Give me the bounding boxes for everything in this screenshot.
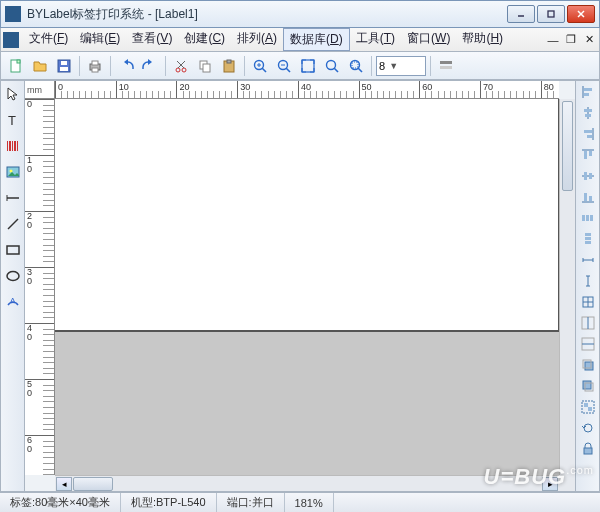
menu-f[interactable]: 文件(F)	[23, 28, 74, 51]
svg-rect-19	[227, 60, 231, 63]
redo-button[interactable]	[139, 55, 161, 77]
menu-c[interactable]: 创建(C)	[178, 28, 231, 51]
align-center-h-icon[interactable]	[578, 104, 598, 122]
copy-button[interactable]	[194, 55, 216, 77]
svg-rect-36	[7, 141, 8, 151]
group-icon[interactable]	[578, 398, 598, 416]
same-height-icon[interactable]	[578, 272, 598, 290]
svg-rect-69	[590, 215, 593, 221]
open-button[interactable]	[29, 55, 51, 77]
send-back-icon[interactable]	[578, 377, 598, 395]
menu-h[interactable]: 帮助(H)	[456, 28, 509, 51]
svg-rect-70	[585, 233, 591, 236]
svg-rect-37	[9, 141, 11, 151]
close-button[interactable]	[567, 5, 595, 23]
status-port: 端口:并口	[217, 493, 285, 512]
zoom-fit-button[interactable]	[297, 55, 319, 77]
svg-point-47	[7, 272, 19, 281]
align-middle-icon[interactable]	[578, 167, 598, 185]
svg-rect-8	[61, 61, 67, 65]
svg-line-31	[358, 68, 362, 72]
menu-a[interactable]: 排列(A)	[231, 28, 283, 51]
canvas[interactable]	[55, 99, 559, 475]
rotate-icon[interactable]	[578, 419, 598, 437]
font-size-combo[interactable]: 8▼	[376, 56, 426, 76]
workspace: T A mm 01020304050607080 01 02 03 04 05 …	[0, 80, 600, 492]
center-page-h-icon[interactable]	[578, 314, 598, 332]
svg-rect-66	[589, 196, 592, 201]
svg-rect-17	[203, 64, 210, 72]
print-button[interactable]	[84, 55, 106, 77]
text-tool[interactable]: T	[3, 109, 23, 131]
mdi-restore[interactable]: ❐	[563, 33, 579, 47]
paste-button[interactable]	[218, 55, 240, 77]
vertical-scrollbar[interactable]	[559, 99, 575, 475]
label-page[interactable]	[55, 99, 559, 332]
svg-line-25	[286, 68, 290, 72]
pointer-tool[interactable]	[3, 83, 23, 105]
rect-tool[interactable]	[3, 239, 23, 261]
hscroll-left[interactable]: ◂	[56, 477, 72, 491]
maximize-button[interactable]	[537, 5, 565, 23]
menu-d[interactable]: 数据库(D)	[283, 28, 350, 51]
ellipse-tool[interactable]	[3, 265, 23, 287]
menu-t[interactable]: 工具(T)	[350, 28, 401, 51]
align-bottom-icon[interactable]	[578, 188, 598, 206]
same-size-icon[interactable]	[578, 293, 598, 311]
undo-button[interactable]	[115, 55, 137, 77]
svg-rect-50	[584, 88, 592, 91]
horizontal-ruler: 01020304050607080	[55, 81, 559, 99]
distribute-v-icon[interactable]	[578, 230, 598, 248]
lock-icon[interactable]	[578, 440, 598, 458]
svg-rect-38	[12, 141, 13, 151]
svg-rect-10	[92, 61, 98, 65]
svg-rect-72	[585, 241, 591, 244]
mdi-minimize[interactable]: —	[545, 33, 561, 47]
zoom-selection-button[interactable]	[345, 55, 367, 77]
menu-e[interactable]: 编辑(E)	[74, 28, 126, 51]
svg-rect-65	[584, 193, 587, 201]
center-page-v-icon[interactable]	[578, 335, 598, 353]
vertical-ruler: 01 02 03 04 05 06 0	[25, 99, 55, 475]
align-left-icon[interactable]	[578, 83, 598, 101]
hscroll-thumb[interactable]	[73, 477, 113, 491]
svg-rect-78	[585, 362, 593, 370]
zoom-in-button[interactable]	[249, 55, 271, 77]
svg-rect-40	[17, 141, 18, 151]
svg-rect-59	[584, 151, 587, 159]
hline-tool[interactable]	[3, 187, 23, 209]
hscroll-right[interactable]: ▸	[542, 477, 558, 491]
horizontal-scrollbar[interactable]: ◂ ▸	[55, 475, 559, 491]
zoom-actual-button[interactable]	[321, 55, 343, 77]
svg-text:T: T	[8, 113, 16, 128]
format-button[interactable]	[435, 55, 457, 77]
zoom-out-button[interactable]	[273, 55, 295, 77]
svg-rect-57	[587, 135, 592, 138]
svg-rect-7	[60, 67, 68, 71]
svg-rect-27	[302, 60, 314, 72]
mdi-close[interactable]: ✕	[581, 33, 597, 47]
line-tool[interactable]	[3, 213, 23, 235]
arc-text-tool[interactable]: A	[3, 291, 23, 313]
same-width-icon[interactable]	[578, 251, 598, 269]
menu-v[interactable]: 查看(V)	[126, 28, 178, 51]
cut-button[interactable]	[170, 55, 192, 77]
svg-rect-85	[584, 448, 592, 454]
new-button[interactable]	[5, 55, 27, 77]
bring-front-icon[interactable]	[578, 356, 598, 374]
svg-rect-53	[584, 109, 592, 112]
image-tool[interactable]	[3, 161, 23, 183]
barcode-tool[interactable]	[3, 135, 23, 157]
align-top-icon[interactable]	[578, 146, 598, 164]
menu-w[interactable]: 窗口(W)	[401, 28, 456, 51]
vscroll-thumb[interactable]	[562, 101, 573, 191]
status-zoom: 181%	[285, 493, 334, 512]
minimize-button[interactable]	[507, 5, 535, 23]
svg-line-29	[334, 68, 338, 72]
status-label-size: 标签:80毫米×40毫米	[0, 493, 121, 512]
distribute-h-icon[interactable]	[578, 209, 598, 227]
main-toolbar: 8▼	[0, 52, 600, 80]
align-right-icon[interactable]	[578, 125, 598, 143]
mdi-app-icon[interactable]	[3, 32, 19, 48]
save-button[interactable]	[53, 55, 75, 77]
